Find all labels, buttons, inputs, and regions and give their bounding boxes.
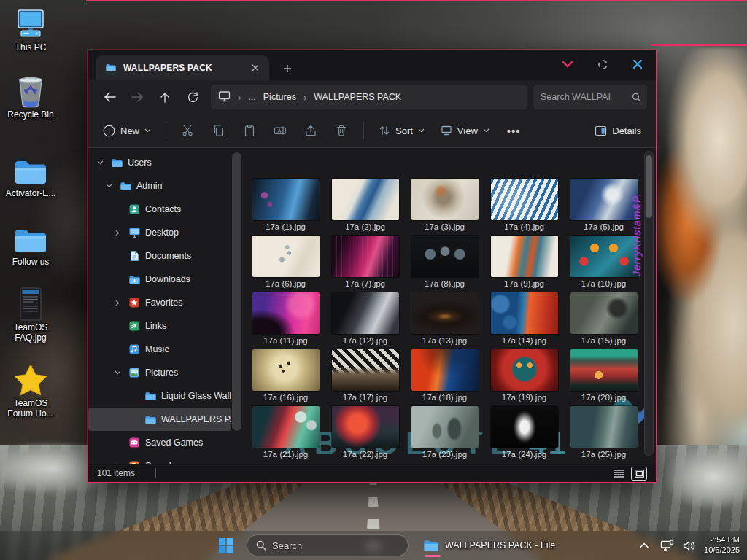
file-item[interactable]: 17a (12).jpg [325, 292, 405, 349]
breadcrumb[interactable]: › ... Pictures › WALLPAPERS PACK [211, 85, 527, 109]
tab-close-icon[interactable] [247, 60, 263, 76]
copy-button[interactable] [206, 119, 231, 142]
paste-button[interactable] [237, 119, 262, 142]
breadcrumb-overflow[interactable]: ... [248, 92, 255, 102]
chevron-right-icon[interactable] [112, 300, 123, 306]
sidebar-item-admin[interactable]: Admin [88, 174, 231, 198]
title-bar[interactable]: WALLPAPERS PACK [88, 50, 656, 80]
desktop-icon-follow-us[interactable]: Follow us [1, 222, 60, 268]
file-item[interactable]: 17a (3).jpg [405, 179, 484, 236]
chevron-down-icon[interactable] [94, 160, 106, 165]
desktop-icon-this-pc[interactable]: This PC [1, 7, 60, 53]
sidebar-item-label: Desktop [145, 228, 179, 238]
file-item[interactable]: 17a (20).jpg [564, 349, 643, 406]
file-name: 17a (8).jpg [425, 279, 465, 288]
sidebar-item-downloads[interactable]: Downloads [88, 268, 231, 291]
file-name: 17a (15).jpg [581, 336, 626, 345]
sidebar-item-users[interactable]: Users [88, 151, 231, 174]
chevron-right-icon[interactable] [112, 463, 123, 464]
cut-button[interactable] [176, 119, 201, 142]
details-button[interactable]: Details [587, 121, 649, 141]
chevron-down-icon [144, 128, 151, 133]
file-item[interactable]: 17a (9).jpg [484, 236, 564, 292]
breadcrumb-item-pictures[interactable]: Pictures [263, 92, 296, 102]
explorer-tab[interactable]: WALLPAPERS PACK [96, 55, 269, 80]
search-icon [632, 93, 641, 102]
thumbnail-view-toggle[interactable] [631, 467, 647, 481]
refresh-button[interactable] [180, 86, 205, 108]
file-item[interactable]: 17a (11).jpg [246, 292, 325, 349]
taskbar-app-label: WALLPAPERS PACK - File [445, 540, 555, 551]
maximize-button[interactable] [592, 55, 614, 74]
sidebar-item-music[interactable]: Music [88, 338, 231, 361]
file-item[interactable]: 17a (4).jpg [484, 179, 564, 236]
view-button[interactable]: View [433, 120, 497, 141]
forward-button[interactable] [125, 86, 150, 108]
taskbar-clock[interactable]: 2:54 PM 10/6/2025 [704, 535, 743, 556]
sort-button[interactable]: Sort [371, 120, 432, 141]
sidebar-item-documents[interactable]: Documents [88, 244, 231, 268]
chevron-down-icon[interactable] [103, 184, 115, 188]
sidebar-item-wallpapers-pa[interactable]: WALLPAPERS PA [88, 408, 231, 431]
files-pane[interactable]: ABSOLUTE41 17a (1).jpg17a (2).jpg17a (3)… [243, 148, 656, 464]
file-item[interactable]: 17a (16).jpg [246, 349, 325, 406]
chevron-right-icon[interactable] [112, 230, 123, 236]
document-icon [128, 250, 141, 262]
file-item[interactable]: 17a (22).jpg [325, 406, 405, 463]
chevron-down-icon[interactable] [112, 370, 123, 375]
sidebar-item-favorites[interactable]: Favorites [88, 291, 231, 314]
delete-button[interactable] [329, 119, 354, 142]
content-scrollbar-thumb[interactable] [646, 155, 652, 218]
file-item[interactable]: 17a (13).jpg [405, 292, 484, 349]
volume-icon[interactable] [681, 534, 697, 556]
system-tray: 2:54 PM 10/6/2025 [636, 531, 743, 560]
taskbar-search[interactable]: Search [247, 534, 409, 556]
watermark-signature: JerryKristam&P. [634, 234, 646, 246]
new-tab-button[interactable] [279, 61, 295, 77]
breadcrumb-item-current[interactable]: WALLPAPERS PACK [314, 92, 401, 102]
tray-overflow-chevron-icon[interactable] [636, 534, 652, 556]
share-button[interactable] [298, 119, 323, 142]
sidebar-item-searches[interactable]: Searches [88, 454, 231, 464]
file-item[interactable]: 17a (25).jpg [564, 406, 643, 463]
rename-button[interactable] [268, 119, 293, 142]
sidebar-item-pictures[interactable]: Pictures [88, 361, 231, 384]
details-view-toggle[interactable] [611, 467, 627, 481]
file-item[interactable]: 17a (23).jpg [405, 406, 484, 463]
desktop-icon-activator[interactable]: Activator-E... [1, 153, 60, 199]
search-input[interactable]: Search WALLPAI [533, 85, 647, 109]
file-item[interactable]: 17a (17).jpg [325, 349, 405, 406]
more-options-button[interactable]: ••• [498, 125, 530, 137]
new-button[interactable]: New [96, 120, 158, 141]
file-item[interactable]: 17a (19).jpg [484, 349, 564, 406]
sidebar-item-desktop[interactable]: Desktop [88, 221, 231, 244]
sidebar-item-liquid-glass-wall[interactable]: Liquid Glass Wall [88, 384, 231, 408]
file-item[interactable]: 17a (1).jpg [246, 179, 325, 236]
sidebar-item-label: Links [145, 321, 166, 331]
file-item[interactable]: 17a (18).jpg [405, 349, 484, 406]
chevron-down-icon [418, 128, 425, 133]
sidebar-scrollbar[interactable] [232, 152, 241, 431]
file-item[interactable]: 17a (6).jpg [246, 236, 325, 292]
file-item[interactable]: 17a (24).jpg [484, 406, 564, 463]
close-button[interactable] [627, 55, 649, 74]
file-item[interactable]: 17a (7).jpg [325, 236, 405, 292]
sidebar-item-saved-games[interactable]: Saved Games [88, 431, 231, 454]
up-button[interactable] [152, 86, 177, 108]
minimize-button[interactable] [557, 55, 578, 74]
file-item[interactable]: 17a (15).jpg [564, 292, 643, 349]
sidebar-item-links[interactable]: Links [88, 314, 231, 338]
desktop-icon-teamos-forum[interactable]: TeamOS Forum Ho... [1, 363, 60, 419]
network-icon[interactable] [659, 534, 675, 556]
file-item[interactable]: 17a (8).jpg [405, 236, 484, 292]
desktop-icon-teamos-faq[interactable]: TeamOS FAQ.jpg [1, 287, 60, 343]
file-item[interactable]: 17a (21).jpg [246, 406, 325, 463]
taskbar-app-explorer[interactable]: WALLPAPERS PACK - File [416, 533, 562, 558]
breadcrumb-device-icon[interactable] [218, 90, 231, 104]
file-item[interactable]: 17a (2).jpg [325, 179, 405, 236]
sidebar-item-contacts[interactable]: Contacts [88, 198, 231, 221]
file-item[interactable]: 17a (14).jpg [484, 292, 564, 349]
desktop-icon-recycle-bin[interactable]: Recycle Bin [1, 74, 60, 120]
back-button[interactable] [97, 86, 122, 108]
start-button[interactable] [213, 533, 239, 558]
